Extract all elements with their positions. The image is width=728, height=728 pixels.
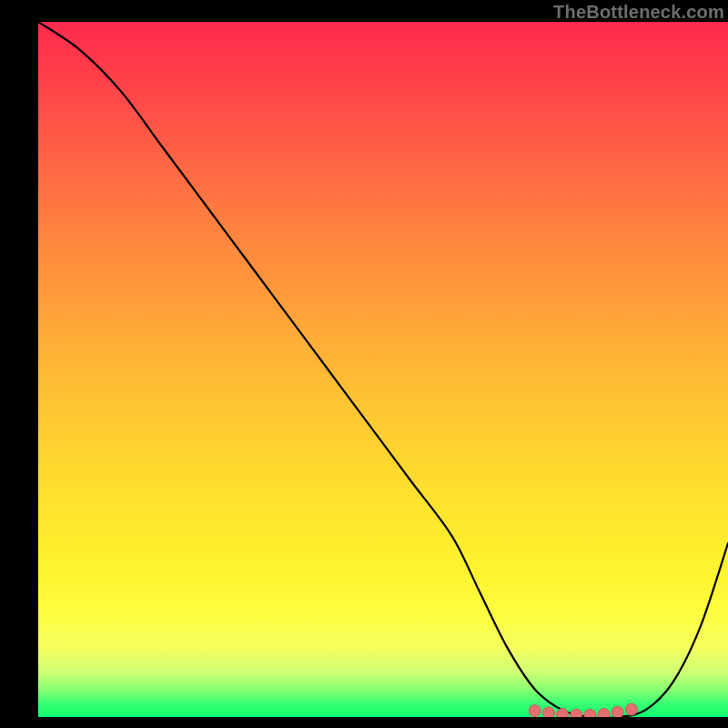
marker-dot [625, 703, 637, 715]
marker-dot [584, 709, 596, 717]
curve-line [38, 22, 728, 717]
flat-region-markers [529, 703, 637, 717]
marker-dot [598, 708, 610, 717]
chart-svg [38, 22, 728, 717]
chart-container: TheBottleneck.com [38, 0, 728, 717]
marker-dot [557, 708, 569, 717]
marker-dot [542, 707, 554, 717]
watermark-text: TheBottleneck.com [553, 2, 724, 23]
marker-dot [571, 709, 582, 717]
marker-dot [612, 706, 623, 717]
gradient-plot-area [38, 22, 728, 717]
marker-dot [529, 705, 541, 717]
